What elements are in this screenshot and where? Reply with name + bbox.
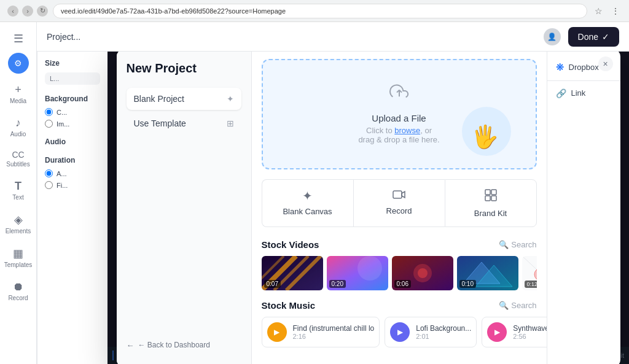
subtitles-icon: CC [12, 150, 24, 160]
link-button[interactable]: 🔗 Link [547, 81, 620, 106]
blank-canvas-label: Blank Canvas [283, 207, 332, 216]
stock-videos-title: Stock Videos [262, 239, 319, 250]
svg-rect-2 [491, 190, 496, 195]
media-icon: + [15, 83, 21, 96]
music-name-1: Find (instrumental chill lo [293, 324, 375, 333]
action-buttons-row: ✦ Blank Canvas [262, 179, 537, 227]
user-avatar[interactable]: 👤 [544, 28, 561, 45]
play-button-2[interactable]: ▶ [390, 322, 410, 342]
back-to-dashboard[interactable]: ← ← Back to Dashboard [127, 336, 241, 355]
music-name-3: Synthwave Me... [513, 324, 546, 333]
blank-project-label: Blank Project [134, 94, 184, 104]
search-icon: 🔍 [499, 240, 509, 249]
music-track-1[interactable]: ▶ Find (instrumental chill lo 2:16 [262, 317, 380, 347]
sidebar-item-record[interactable]: ⏺ Record [2, 276, 34, 306]
address-bar[interactable]: veed.io/edit/49d0e7a5-72aa-431b-a7bd-eb9… [53, 4, 587, 18]
stock-video-2[interactable]: 0:20 [327, 256, 388, 290]
modal-sidebar: New Project Blank Project ✦ Use Template… [117, 52, 252, 364]
stock-video-3[interactable]: 0:06 [392, 256, 453, 290]
use-template-label: Use Template [134, 118, 186, 128]
url-text: veed.io/edit/49d0e7a5-72aa-431b-a7bd-eb9… [61, 7, 286, 15]
templates-icon: ▦ [13, 247, 23, 260]
sidebar-label-text: Text [12, 194, 23, 201]
modal-nav-blank-project[interactable]: Blank Project ✦ [127, 88, 241, 110]
sidebar-item-media[interactable]: + Media [2, 79, 34, 109]
music-duration-1: 2:16 [293, 333, 375, 340]
settings-active-icon[interactable]: ⚙ [8, 53, 29, 74]
duration-fixed-option[interactable]: Fi... [45, 181, 100, 189]
browse-link[interactable]: browse [394, 126, 420, 135]
sidebar-label-record: Record [8, 295, 28, 301]
background-color-option[interactable]: C... [45, 108, 100, 116]
external-integrations: ❋ Dropbox 🔗 Link [547, 52, 620, 364]
video-2-duration: 0:20 [329, 280, 346, 288]
sidebar-item-subtitles[interactable]: CC Subtitles [2, 145, 34, 172]
sidebar: ☰ ⚙ + Media ♪ Audio CC Subtitles T Text … [0, 22, 37, 364]
modal-nav-use-template[interactable]: Use Template ⊞ [127, 112, 241, 134]
refresh-button[interactable]: ↻ [37, 6, 48, 17]
hamburger-button[interactable]: ☰ [9, 27, 28, 50]
dropbox-label: Dropbox [569, 63, 599, 72]
sidebar-label-elements: Elements [6, 228, 31, 234]
music-name-2: Lofi Backgroun... [416, 324, 471, 333]
browser-chrome: ‹ › ↻ veed.io/edit/49d0e7a5-72aa-431b-a7… [0, 0, 629, 22]
sidebar-item-templates[interactable]: ▦ Templates [2, 242, 34, 273]
play-button-3[interactable]: ▶ [487, 322, 507, 342]
done-label: Done [578, 32, 598, 42]
video-4-duration: 0:10 [459, 280, 476, 288]
elements-icon: ◈ [14, 213, 23, 227]
music-info-1: Find (instrumental chill lo 2:16 [293, 324, 375, 340]
stock-video-5[interactable]: 0:12 [522, 256, 537, 290]
sidebar-item-text[interactable]: T Text [2, 175, 34, 206]
drag-drop-text: drag & drop a file here. [358, 135, 439, 144]
editor-area: Fit × New Project [107, 52, 629, 364]
sidebar-label-templates: Templates [4, 261, 33, 268]
record-icon: ⏺ [13, 281, 24, 293]
background-label: Background [45, 95, 100, 103]
svg-rect-1 [485, 190, 490, 195]
upload-area[interactable]: Upload a File Click to browse, or drag &… [262, 59, 537, 169]
size-option[interactable]: L... [45, 72, 100, 85]
svg-rect-0 [393, 191, 402, 198]
play-button-1[interactable]: ▶ [267, 322, 287, 342]
record-button[interactable]: Record [353, 179, 445, 227]
sidebar-item-elements[interactable]: ◈ Elements [2, 208, 34, 239]
stock-music-title: Stock Music [262, 300, 316, 311]
brand-kit-icon [484, 188, 498, 205]
sparkle-icon: ✦ [227, 94, 234, 104]
project-title: Project... [47, 32, 80, 42]
music-track-2[interactable]: ▶ Lofi Backgroun... 2:01 [385, 317, 477, 347]
bookmark-icon[interactable]: ☆ [592, 5, 604, 17]
blank-canvas-button[interactable]: ✦ Blank Canvas [262, 179, 353, 227]
duration-auto-option[interactable]: A... [45, 169, 100, 177]
stock-video-1[interactable]: 0:07 [262, 256, 323, 290]
modal-close-button[interactable]: × [598, 56, 613, 71]
record-camera-icon [393, 188, 406, 203]
sidebar-label-subtitles: Subtitles [6, 161, 29, 168]
music-info-2: Lofi Backgroun... 2:01 [416, 324, 471, 340]
new-project-modal: × New Project Blank Project ✦ Use Templa… [117, 52, 620, 364]
top-bar: Project... 👤 Done ✓ [37, 22, 629, 52]
stock-video-4[interactable]: 0:10 [457, 256, 518, 290]
template-icon: ⊞ [227, 118, 234, 128]
background-image-option[interactable]: Im... [45, 120, 100, 128]
brand-kit-label: Brand Kit [474, 209, 507, 218]
forward-button[interactable]: › [22, 6, 33, 17]
back-button[interactable]: ‹ [7, 6, 18, 17]
browser-actions: ☆ ⋮ [592, 5, 622, 17]
upload-icon [389, 83, 409, 108]
audio-icon: ♪ [15, 117, 21, 130]
brand-kit-button[interactable]: Brand Kit [445, 179, 537, 227]
back-label: ← Back to Dashboard [138, 341, 210, 349]
right-panel: Size L... Background C... Im... Audio [37, 52, 107, 364]
sidebar-item-audio[interactable]: ♪ Audio [2, 112, 34, 142]
svg-point-14 [418, 268, 428, 278]
audio-label: Audio [45, 137, 100, 146]
music-duration-2: 2:01 [416, 333, 471, 340]
done-button[interactable]: Done ✓ [568, 27, 619, 47]
menu-icon[interactable]: ⋮ [609, 5, 622, 17]
music-track-3[interactable]: ▶ Synthwave Me... 2:56 [482, 317, 546, 347]
stock-videos-search[interactable]: 🔍 Search [499, 240, 536, 249]
stock-music-search[interactable]: 🔍 Search [499, 301, 536, 310]
video-3-duration: 0:06 [394, 280, 411, 288]
